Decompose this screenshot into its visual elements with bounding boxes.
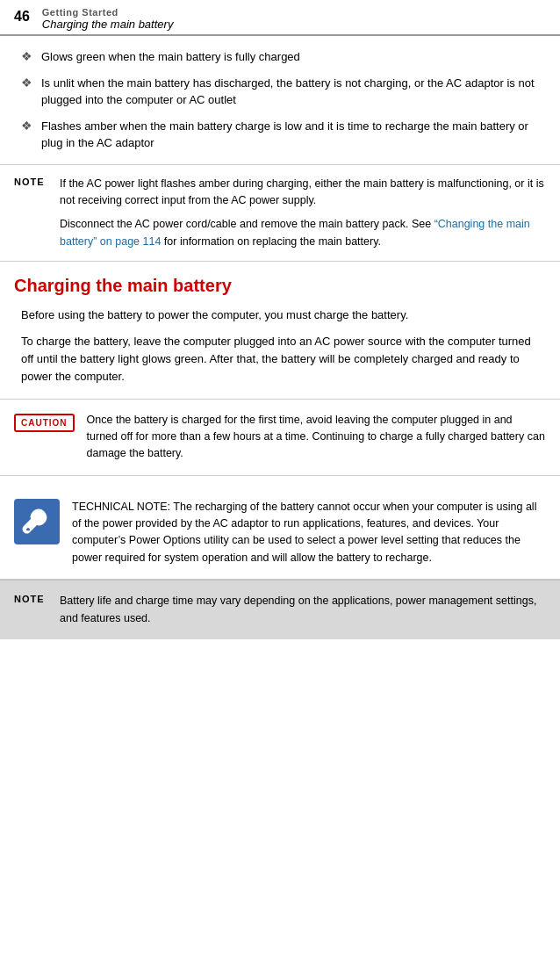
tech-note-text: TECHNICAL NOTE: The recharging of the ba… <box>72 499 546 567</box>
note-link: “Changing the main battery” on page 114 <box>60 218 530 247</box>
body-paragraph-1: Before using the battery to power the co… <box>21 306 539 324</box>
bullet-icon: ❖ <box>21 119 32 133</box>
wrench-icon <box>14 499 60 544</box>
bullet-section: ❖ Glows green when the main battery is f… <box>0 36 560 165</box>
bullet-icon: ❖ <box>21 76 32 90</box>
spacer <box>0 476 560 487</box>
note-block-2: NOTE Battery life and charge time may va… <box>0 580 560 639</box>
list-item: ❖ Glows green when the main battery is f… <box>21 48 539 66</box>
chapter-label: Getting Started <box>14 7 546 18</box>
page-number: 46 <box>14 9 30 25</box>
note-paragraph-1: If the AC power light flashes amber duri… <box>60 176 546 210</box>
chapter-subtitle: Charging the main battery <box>14 18 546 31</box>
bullet-text-1: Glows green when the main battery is ful… <box>41 48 300 66</box>
body-section: Before using the battery to power the co… <box>0 303 560 399</box>
note-label-2: NOTE <box>14 593 60 604</box>
section-heading: Charging the main battery <box>0 262 560 303</box>
caution-block: CAUTION Once the battery is charged for … <box>0 399 560 476</box>
page-header: 46 Getting Started Charging the main bat… <box>0 0 560 36</box>
bullet-icon: ❖ <box>21 49 32 63</box>
bullet-text-3: Flashes amber when the main battery char… <box>41 118 539 152</box>
tech-note-block: TECHNICAL NOTE: The recharging of the ba… <box>0 487 560 580</box>
note-block-1: NOTE If the AC power light flashes amber… <box>0 165 560 263</box>
note-label-1: NOTE <box>14 176 60 187</box>
caution-badge: CAUTION <box>14 414 75 432</box>
list-item: ❖ Flashes amber when the main battery ch… <box>21 118 539 152</box>
list-item: ❖ Is unlit when the main battery has dis… <box>21 75 539 109</box>
note-content-2: Battery life and charge time may vary de… <box>60 593 546 627</box>
note-content-1: If the AC power light flashes amber duri… <box>60 176 546 251</box>
body-paragraph-2: To charge the battery, leave the compute… <box>21 333 539 386</box>
section-title: Charging the main battery <box>14 276 546 296</box>
caution-text: Once the battery is charged for the firs… <box>87 412 546 463</box>
note-paragraph-2: Disconnect the AC power cord/cable and r… <box>60 216 546 250</box>
bullet-text-2: Is unlit when the main battery has disch… <box>41 75 539 109</box>
